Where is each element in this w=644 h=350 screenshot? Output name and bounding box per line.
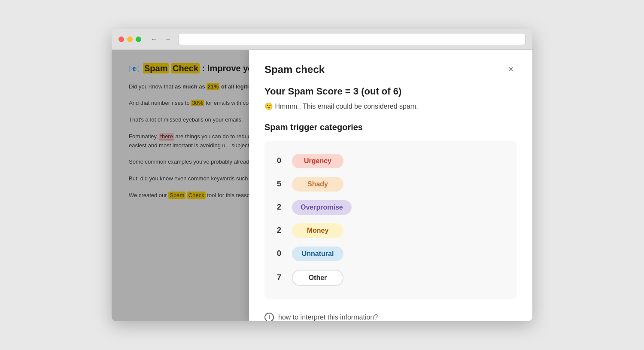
category-row-overpromise: 2 Overpromise — [275, 196, 507, 219]
category-row-unnatural: 0 Unnatural — [275, 242, 507, 265]
other-badge: Other — [292, 270, 343, 286]
back-button[interactable]: ← — [149, 34, 159, 44]
spam-check-modal: Spam check × Your Spam Score = 3 (out of… — [249, 50, 532, 321]
category-row-shady: 5 Shady — [275, 173, 507, 196]
address-bar[interactable] — [178, 33, 526, 45]
modal-title: Spam check — [264, 64, 325, 76]
unnatural-count: 0 — [275, 249, 283, 258]
money-badge: Money — [292, 223, 343, 238]
close-button[interactable]: × — [505, 64, 517, 76]
nav-buttons: ← → — [149, 34, 173, 44]
urgency-badge: Urgency — [292, 154, 343, 168]
traffic-light-green[interactable] — [136, 37, 141, 42]
overpromise-badge: Overpromise — [292, 200, 352, 215]
shady-badge: Shady — [292, 177, 343, 192]
modal-overlay: Spam check × Your Spam Score = 3 (out of… — [112, 50, 532, 321]
modal-header: Spam check × — [264, 64, 517, 76]
traffic-light-yellow[interactable] — [127, 37, 133, 42]
browser-content: 📧 Spam Check : Improve your email delive… — [112, 50, 532, 321]
interpret-row[interactable]: i how to interpret this information? — [264, 309, 517, 321]
category-row-urgency: 0 Urgency — [275, 149, 507, 173]
traffic-light-red[interactable] — [118, 37, 124, 42]
forward-button[interactable]: → — [163, 34, 173, 44]
unnatural-badge: Unnatural — [292, 247, 343, 261]
categories-title: Spam trigger categories — [264, 122, 517, 132]
category-row-other: 7 Other — [275, 265, 507, 290]
spam-message: 🙁 Hmmm.. This email could be considered … — [264, 102, 517, 110]
interpret-text: how to interpret this information? — [278, 313, 378, 321]
info-icon: i — [264, 313, 274, 321]
overpromise-count: 2 — [275, 203, 283, 212]
other-count: 7 — [275, 273, 283, 282]
shady-count: 5 — [275, 180, 283, 189]
browser-toolbar: ← → — [112, 29, 532, 50]
categories-container: 0 Urgency 5 Shady 2 Overpromise — [264, 141, 517, 299]
category-row-money: 2 Money — [275, 219, 507, 242]
spam-score-title: Your Spam Score = 3 (out of 6) — [264, 86, 517, 97]
money-count: 2 — [275, 226, 283, 235]
urgency-count: 0 — [275, 156, 283, 165]
browser-window: ← → 📧 Spam Check : Improve your email de… — [112, 29, 532, 321]
traffic-lights — [118, 37, 141, 42]
